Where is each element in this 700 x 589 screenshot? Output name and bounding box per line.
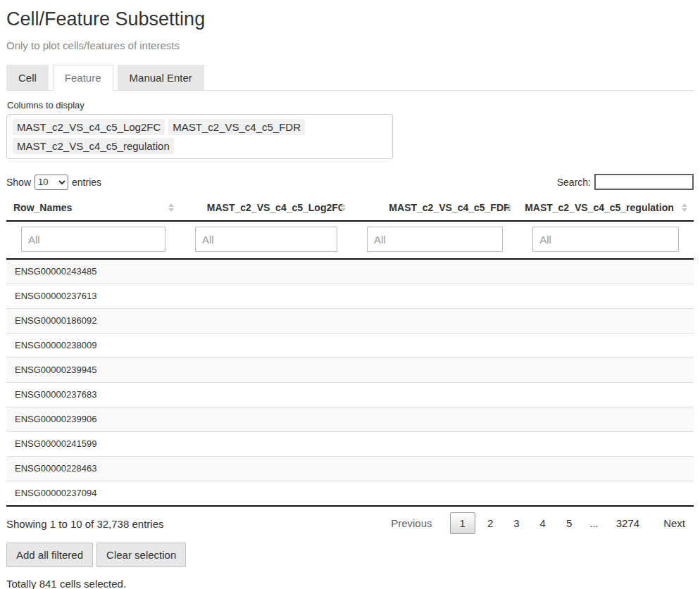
- column-filter-input-mast-c2-vs-c4-c5-log2fc[interactable]: [195, 227, 337, 252]
- table-header-row: Row_NamesMAST_c2_VS_c4_c5_Log2FCMAST_c2_…: [6, 195, 694, 221]
- features-table: Row_NamesMAST_c2_VS_c4_c5_Log2FCMAST_c2_…: [6, 195, 694, 507]
- search-label: Search:: [557, 177, 591, 188]
- value-cell: [352, 358, 518, 383]
- datatable-controls: Show 10 entries Search:: [6, 174, 694, 190]
- value-cell: [352, 383, 518, 407]
- value-cell: [518, 334, 694, 358]
- column-header-label: MAST_c2_VS_c4_c5_FDR: [389, 202, 511, 213]
- page-subtitle: Only to plot cells/features of interests: [6, 39, 694, 51]
- search-control: Search:: [557, 174, 694, 190]
- column-header-label: MAST_c2_VS_c4_c5_regulation: [525, 202, 674, 213]
- row-name-cell: ENSG00000241599: [6, 432, 180, 457]
- table-row[interactable]: ENSG00000186092: [6, 309, 694, 334]
- page-length-prefix: Show: [6, 177, 31, 188]
- pagination-page-1[interactable]: 1: [450, 512, 475, 534]
- page-length-suffix: entries: [72, 177, 101, 188]
- row-name-cell: ENSG00000239945: [6, 358, 180, 383]
- pagination-page-5[interactable]: 5: [558, 513, 580, 533]
- columns-to-display-input[interactable]: MAST_c2_VS_c4_c5_Log2FCMAST_c2_VS_c4_c5_…: [6, 114, 393, 159]
- selected-column-tag[interactable]: MAST_c2_VS_c4_c5_Log2FC: [13, 119, 165, 135]
- value-cell: [518, 407, 694, 432]
- value-cell: [180, 407, 352, 432]
- value-cell: [352, 309, 518, 334]
- value-cell: [352, 259, 518, 284]
- column-header-label: MAST_c2_VS_c4_c5_Log2FC: [207, 202, 345, 213]
- value-cell: [352, 334, 518, 358]
- value-cell: [518, 481, 694, 507]
- value-cell: [518, 383, 694, 407]
- table-filter-row: [6, 221, 694, 259]
- column-header-row-names[interactable]: Row_Names: [6, 195, 180, 221]
- table-row[interactable]: ENSG00000239906: [6, 407, 694, 432]
- sort-arrows-icon: [506, 203, 511, 212]
- pagination-page-2[interactable]: 2: [479, 513, 501, 533]
- value-cell: [180, 383, 352, 407]
- table-row[interactable]: ENSG00000243485: [6, 259, 694, 284]
- tab-feature[interactable]: Feature: [53, 65, 113, 91]
- row-name-cell: ENSG00000239906: [6, 407, 180, 432]
- table-row[interactable]: ENSG00000237683: [6, 383, 694, 407]
- table-row[interactable]: ENSG00000239945: [6, 358, 694, 383]
- table-row[interactable]: ENSG00000238009: [6, 334, 694, 358]
- clear-selection-button[interactable]: Clear selection: [96, 543, 186, 567]
- search-input[interactable]: [594, 174, 694, 190]
- column-filter-input-row-names[interactable]: [21, 227, 165, 252]
- row-name-cell: ENSG00000238009: [6, 334, 180, 358]
- table-row[interactable]: ENSG00000241599: [6, 432, 694, 457]
- pagination: Previous12345...3274Next: [379, 507, 694, 534]
- sort-arrows-icon: [168, 203, 174, 212]
- value-cell: [518, 309, 694, 334]
- row-name-cell: ENSG00000228463: [6, 457, 180, 481]
- page-length-control: Show 10 entries: [6, 175, 101, 190]
- table-row[interactable]: ENSG00000237094: [6, 481, 694, 507]
- columns-to-display-label: Columns to display: [7, 100, 694, 110]
- row-name-cell: ENSG00000186092: [6, 309, 180, 334]
- column-filter-input-mast-c2-vs-c4-c5-fdr[interactable]: [367, 227, 503, 252]
- tab-cell[interactable]: Cell: [6, 65, 49, 90]
- table-row[interactable]: ENSG00000228463: [6, 457, 694, 481]
- tabset: CellFeatureManual Enter: [6, 65, 694, 91]
- value-cell: [180, 457, 352, 481]
- pagination-next[interactable]: Next: [655, 513, 694, 533]
- value-cell: [180, 259, 352, 284]
- value-cell: [180, 334, 352, 358]
- table-info: Showing 1 to 10 of 32,738 entries: [6, 511, 164, 530]
- row-name-cell: ENSG00000243485: [6, 259, 180, 284]
- column-header-mast-c2-vs-c4-c5-fdr[interactable]: MAST_c2_VS_c4_c5_FDR: [352, 195, 518, 221]
- page-title: Cell/Feature Subsetting: [6, 8, 694, 30]
- value-cell: [518, 457, 694, 481]
- table-body: ENSG00000243485ENSG00000237613ENSG000001…: [6, 259, 694, 506]
- pagination-page-3274[interactable]: 3274: [608, 513, 648, 533]
- value-cell: [518, 358, 694, 383]
- value-cell: [180, 481, 352, 507]
- value-cell: [518, 259, 694, 284]
- page-length-select[interactable]: 10: [35, 175, 68, 190]
- value-cell: [352, 432, 518, 457]
- table-row[interactable]: ENSG00000237613: [6, 284, 694, 309]
- selection-status-text: Totally 841 cells selected.: [6, 578, 694, 589]
- value-cell: [352, 457, 518, 481]
- value-cell: [352, 284, 518, 309]
- value-cell: [518, 432, 694, 457]
- row-name-cell: ENSG00000237683: [6, 383, 180, 407]
- row-name-cell: ENSG00000237094: [6, 481, 180, 507]
- selected-column-tag[interactable]: MAST_c2_VS_c4_c5_FDR: [168, 119, 305, 135]
- selected-column-tag[interactable]: MAST_c2_VS_c4_c5_regulation: [13, 138, 174, 154]
- value-cell: [180, 358, 352, 383]
- sort-arrows-icon: [340, 203, 346, 212]
- column-header-mast-c2-vs-c4-c5-regulation[interactable]: MAST_c2_VS_c4_c5_regulation: [518, 195, 694, 221]
- pagination-page-4[interactable]: 4: [532, 513, 554, 533]
- column-header-mast-c2-vs-c4-c5-log2fc[interactable]: MAST_c2_VS_c4_c5_Log2FC: [180, 195, 352, 221]
- sort-arrows-icon: [682, 203, 687, 212]
- column-header-label: Row_Names: [13, 202, 72, 213]
- tab-manual-enter[interactable]: Manual Enter: [118, 65, 204, 90]
- add-all-filtered-button[interactable]: Add all filtered: [6, 543, 93, 567]
- pagination-previous[interactable]: Previous: [382, 513, 440, 533]
- value-cell: [352, 481, 518, 507]
- value-cell: [180, 432, 352, 457]
- table-footer: Showing 1 to 10 of 32,738 entries Previo…: [6, 507, 694, 534]
- row-name-cell: ENSG00000237613: [6, 284, 180, 309]
- pagination-page-3[interactable]: 3: [505, 513, 527, 533]
- value-cell: [180, 284, 352, 309]
- column-filter-input-mast-c2-vs-c4-c5-regulation[interactable]: [532, 227, 679, 252]
